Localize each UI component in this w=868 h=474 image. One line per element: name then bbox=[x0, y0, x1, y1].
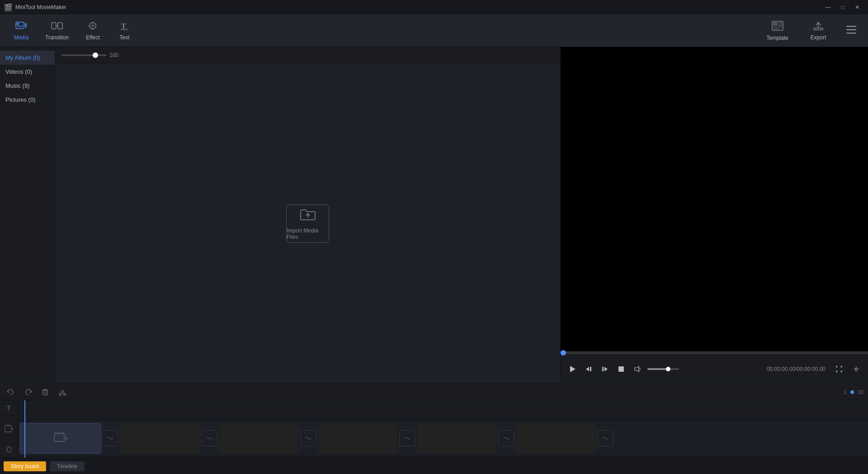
video-track-label bbox=[0, 416, 18, 444]
toolbar-export[interactable]: Export bbox=[800, 18, 836, 43]
toolbar-text-label: Text bbox=[119, 34, 129, 41]
time-display: 00:00:00.00/00:00:00.00 bbox=[767, 366, 826, 372]
redo-button[interactable] bbox=[22, 386, 34, 398]
preview-progress-bar[interactable] bbox=[561, 351, 868, 354]
scale-indicator bbox=[850, 390, 854, 394]
sidebar-item-my-album[interactable]: My Album (0) bbox=[0, 51, 55, 65]
main-content: My Album (0) Videos (0) Music (9) Pictur… bbox=[0, 47, 868, 384]
import-folder-icon bbox=[299, 207, 316, 225]
sidebar-item-videos[interactable]: Videos (0) bbox=[0, 65, 55, 79]
svg-point-27 bbox=[855, 368, 858, 370]
track-labels: T bbox=[0, 400, 18, 458]
volume-thumb[interactable] bbox=[666, 367, 670, 371]
toolbar-template[interactable]: Template bbox=[758, 18, 797, 44]
hamburger-menu[interactable] bbox=[840, 22, 863, 39]
toolbar-media[interactable]: Media bbox=[5, 18, 37, 43]
svg-rect-3 bbox=[25, 23, 27, 28]
svg-rect-19 bbox=[846, 33, 856, 34]
svg-point-7 bbox=[91, 24, 94, 27]
zoom-slider-thumb[interactable] bbox=[93, 52, 98, 58]
import-label: Import Media Files bbox=[287, 228, 329, 240]
media-toolbar: 100 bbox=[55, 47, 560, 63]
transition-icon bbox=[51, 21, 63, 33]
svg-rect-34 bbox=[9, 425, 10, 426]
export-icon bbox=[812, 21, 824, 33]
preview-controls: 00:00:00.00/00:00:00.00 bbox=[561, 351, 868, 384]
app-logo-icon: 🎬 bbox=[4, 3, 13, 12]
maximize-button[interactable]: □ bbox=[835, 0, 850, 14]
settings-button[interactable] bbox=[850, 363, 863, 375]
timeline-area: 1 10 T bbox=[0, 384, 868, 474]
play-button[interactable] bbox=[566, 363, 579, 375]
transition-slot-1[interactable] bbox=[102, 430, 118, 446]
timeline-toolbar: 1 10 bbox=[0, 384, 868, 400]
toolbar-right: Template Export bbox=[758, 18, 863, 44]
svg-rect-37 bbox=[55, 432, 57, 434]
svg-rect-24 bbox=[602, 367, 604, 371]
sidebar-item-pictures[interactable]: Pictures (0) bbox=[0, 93, 55, 107]
transition-slot-filler-3 bbox=[318, 423, 397, 454]
undo-button[interactable] bbox=[5, 386, 17, 398]
svg-rect-18 bbox=[846, 29, 856, 30]
import-area: Import Media Files bbox=[55, 63, 560, 384]
audio-track-label bbox=[0, 444, 18, 458]
close-button[interactable]: ✕ bbox=[850, 0, 864, 14]
transition-slot-2[interactable] bbox=[201, 430, 217, 446]
preview-video bbox=[561, 47, 868, 351]
svg-rect-16 bbox=[814, 28, 823, 30]
svg-marker-23 bbox=[604, 367, 608, 371]
svg-rect-22 bbox=[590, 367, 591, 371]
zoom-slider[interactable] bbox=[61, 54, 107, 56]
svg-marker-35 bbox=[12, 427, 14, 430]
svg-marker-21 bbox=[586, 367, 589, 371]
volume-button[interactable] bbox=[631, 363, 644, 375]
next-frame-button[interactable] bbox=[599, 363, 611, 375]
svg-rect-5 bbox=[58, 23, 62, 29]
toolbar-effect[interactable]: Effect bbox=[77, 18, 108, 43]
storyboard-tab[interactable]: Story board bbox=[4, 461, 46, 471]
scale-end: 10 bbox=[858, 389, 863, 395]
svg-rect-1 bbox=[17, 23, 19, 25]
svg-rect-32 bbox=[6, 425, 7, 426]
svg-rect-28 bbox=[43, 390, 47, 395]
sidebar-videos-label: Videos (0) bbox=[5, 68, 32, 75]
sidebar-item-music[interactable]: Music (9) bbox=[0, 79, 55, 93]
scale-start: 1 bbox=[844, 389, 847, 395]
titlebar: 🎬 MiniTool MovieMaker — □ ✕ bbox=[0, 0, 868, 14]
svg-marker-20 bbox=[570, 366, 576, 372]
volume-fill bbox=[647, 368, 668, 370]
cut-button[interactable] bbox=[56, 386, 69, 398]
timeline-tab[interactable]: Timeline bbox=[50, 461, 85, 471]
transition-slot-6[interactable] bbox=[597, 430, 613, 446]
prev-frame-button[interactable] bbox=[582, 363, 595, 375]
zoom-value: 100 bbox=[109, 52, 118, 58]
tracks bbox=[18, 400, 868, 458]
media-panel: 100 Import Media Files bbox=[55, 47, 561, 384]
media-icon bbox=[15, 21, 27, 33]
transition-slot-filler-4 bbox=[417, 423, 496, 454]
import-button[interactable]: Import Media Files bbox=[286, 204, 329, 243]
svg-rect-4 bbox=[52, 23, 56, 29]
timeline-scale-info: 1 10 bbox=[844, 389, 863, 395]
template-icon bbox=[771, 20, 784, 34]
video-clip[interactable] bbox=[20, 423, 101, 454]
storyboard-label: Story board bbox=[11, 463, 39, 469]
svg-rect-12 bbox=[778, 22, 782, 24]
transition-slot-4[interactable] bbox=[399, 430, 415, 446]
text-track-label: T bbox=[0, 400, 18, 416]
preview-progress-thumb[interactable] bbox=[561, 350, 566, 356]
stop-button[interactable] bbox=[615, 363, 627, 375]
zoom-slider-container: 100 bbox=[61, 52, 118, 58]
toolbar-text[interactable]: T Text bbox=[108, 18, 140, 43]
svg-marker-41 bbox=[66, 436, 68, 441]
transition-slot-5[interactable] bbox=[498, 430, 514, 446]
toolbar-transition[interactable]: Transition bbox=[37, 18, 77, 43]
volume-slider[interactable] bbox=[647, 368, 679, 370]
delete-button[interactable] bbox=[39, 386, 52, 398]
minimize-button[interactable]: — bbox=[821, 0, 835, 14]
app-title: MiniTool MovieMaker bbox=[15, 4, 821, 10]
transition-slot-3[interactable] bbox=[300, 430, 316, 446]
toolbar-transition-label: Transition bbox=[45, 34, 69, 41]
effect-icon bbox=[87, 21, 99, 33]
fullscreen-button[interactable] bbox=[833, 363, 845, 375]
